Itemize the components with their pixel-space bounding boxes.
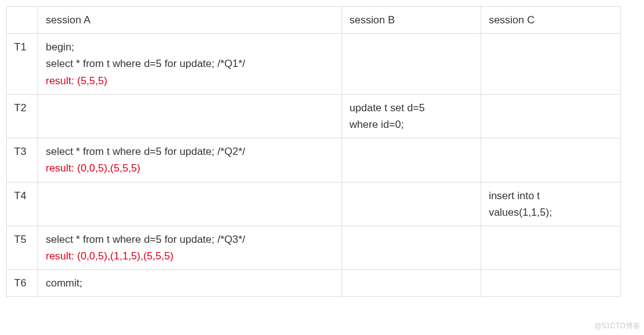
- session-b-cell: [342, 182, 481, 226]
- session-b-cell: [342, 138, 481, 182]
- header-time: [7, 7, 38, 34]
- header-session-b: session B: [342, 7, 481, 34]
- session-a-cell: commit;: [38, 270, 342, 297]
- sql-statement: update t set d=5: [350, 100, 474, 116]
- time-cell: T2: [7, 94, 38, 138]
- sql-result: result: (0,0,5),(1,1,5),(5,5,5): [45, 248, 334, 264]
- sql-statement: where id=0;: [350, 116, 474, 133]
- session-c-cell: [481, 270, 621, 297]
- session-b-cell: [342, 34, 481, 95]
- session-a-cell: select * from t where d=5 for update; /*…: [38, 138, 342, 182]
- sql-result: result: (5,5,5): [45, 73, 334, 89]
- time-cell: T1: [7, 34, 38, 95]
- sql-statement: begin;: [45, 39, 334, 55]
- sql-result: result: (0,0,5),(5,5,5): [45, 160, 334, 176]
- table-row: T5 select * from t where d=5 for update;…: [7, 226, 621, 269]
- session-c-cell: [481, 34, 621, 95]
- table-header-row: session A session B session C: [7, 7, 621, 34]
- session-b-cell: [342, 270, 481, 297]
- table-row: T4 insert into t values(1,1,5);: [7, 182, 621, 226]
- sql-statement: select * from t where d=5 for update; /*…: [45, 231, 334, 248]
- sql-statement: select * from t where d=5 for update; /*…: [45, 143, 334, 160]
- table-row: T1 begin; select * from t where d=5 for …: [7, 34, 621, 95]
- header-session-a: session A: [38, 7, 342, 34]
- session-a-cell: select * from t where d=5 for update; /*…: [38, 226, 342, 269]
- session-b-cell: [342, 226, 481, 269]
- session-b-cell: update t set d=5 where id=0;: [342, 94, 481, 138]
- session-a-cell: [38, 182, 342, 226]
- sql-statement: values(1,1,5);: [489, 204, 613, 221]
- time-cell: T3: [7, 138, 38, 182]
- time-cell: T4: [7, 182, 38, 226]
- sql-statement: select * from t where d=5 for update; /*…: [45, 55, 334, 72]
- session-c-cell: [481, 138, 621, 182]
- header-session-c: session C: [481, 7, 621, 34]
- session-c-cell: [481, 226, 621, 269]
- table-row: T2 update t set d=5 where id=0;: [7, 94, 621, 138]
- session-a-cell: [38, 94, 342, 138]
- sql-session-table: session A session B session C T1 begin; …: [6, 6, 621, 297]
- sql-statement: insert into t: [489, 187, 613, 204]
- session-a-cell: begin; select * from t where d=5 for upd…: [38, 34, 342, 95]
- time-cell: T5: [7, 226, 38, 269]
- time-cell: T6: [7, 270, 38, 297]
- sql-statement: commit;: [45, 275, 334, 291]
- session-c-cell: [481, 94, 621, 138]
- table-row: T3 select * from t where d=5 for update;…: [7, 138, 621, 182]
- session-c-cell: insert into t values(1,1,5);: [481, 182, 621, 226]
- table-row: T6 commit;: [7, 270, 621, 297]
